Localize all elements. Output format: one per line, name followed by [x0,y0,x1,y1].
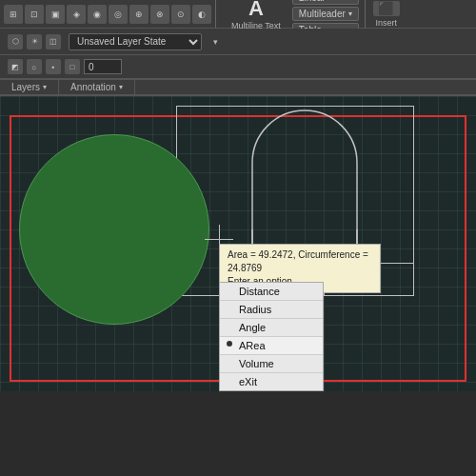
prop-icon-1[interactable]: ◩ [8,59,23,74]
tool-icon-1[interactable]: ⊞ [4,5,23,24]
layer-state-select[interactable]: Unsaved Layer State [69,33,202,50]
canvas-area: Area = 49.2472, Circumference = 24.8769 … [0,96,476,391]
layers-icon-2[interactable]: ☀ [27,34,42,50]
multileader-arrow-icon: ▾ [348,10,352,18]
linear-arrow-icon: ▾ [328,0,332,2]
menu-item-distance[interactable]: Distance [220,283,323,301]
insert-label: Insert [376,18,398,28]
green-circle [19,134,209,325]
active-bullet-icon [227,341,232,347]
layers-section-header[interactable]: Layers ▾ [0,80,59,94]
arch-shape [243,106,367,248]
layers-row2: ◩ ☼ ▪ □ 0 [0,55,476,80]
tool-icon-6[interactable]: ◎ [109,5,128,24]
section-headers: Layers ▾ Annotation ▾ [0,80,476,95]
tool-icon-3[interactable]: ▣ [46,5,65,24]
tool-icon-5[interactable]: ◉ [88,5,107,24]
annotation-section-header[interactable]: Annotation ▾ [59,80,135,94]
multileader-button[interactable]: Multileader ▾ [292,7,359,21]
dropdown-arrow-layers: ▾ [213,37,218,47]
color-input[interactable]: 0 [84,59,122,74]
layers-icon-1[interactable]: ⬡ [8,34,23,50]
menu-item-radius[interactable]: Radius [220,301,323,319]
insert-block[interactable]: ⬛ Insert [365,0,407,28]
menu-item-exit[interactable]: eXit [220,373,323,390]
prop-icon-2[interactable]: ☼ [27,59,42,74]
tool-icon-4[interactable]: ◈ [67,5,86,24]
menu-item-angle[interactable]: Angle [220,319,323,337]
layers-icon-3[interactable]: ◫ [46,34,61,50]
toolbar-icons: ⊞ ⊡ ▣ ◈ ◉ ◎ ⊕ ⊗ ⊙ ◐ [4,5,211,24]
menu-item-volume[interactable]: Volume [220,355,323,373]
tool-icon-2[interactable]: ⊡ [25,5,44,24]
annotation-dropdown-icon: ▾ [119,83,123,91]
insert-icon: ⬛ [373,1,400,16]
layers-dropdown-icon: ▾ [43,83,47,91]
layers-left: ⬡ ☀ ◫ [8,34,61,50]
context-menu: Distance Radius Angle ARea Volume eXit [219,282,324,391]
tool-icon-10[interactable]: ◐ [192,5,211,24]
tool-icon-9[interactable]: ⊙ [171,5,190,24]
menu-item-area[interactable]: ARea [220,337,323,355]
linear-button[interactable]: Linear ▾ [292,0,359,5]
tool-icon-7[interactable]: ⊕ [129,5,149,24]
big-a-icon: A [248,0,264,19]
annotation-panel: A Multiline Text Linear ▾ Multileader ▾ … [215,0,407,28]
layers-row: ⬡ ☀ ◫ Unsaved Layer State ▾ [0,29,476,55]
tool-icon-8[interactable]: ⊗ [150,5,169,24]
prop-icon-4[interactable]: □ [65,59,80,74]
tooltip-line1: Area = 49.2472, Circumference = 24.8769 [228,248,372,275]
prop-icon-3[interactable]: ▪ [46,59,61,74]
toolbar-row1: ⊞ ⊡ ▣ ◈ ◉ ◎ ⊕ ⊗ ⊙ ◐ A Multiline Text Lin… [0,0,476,29]
